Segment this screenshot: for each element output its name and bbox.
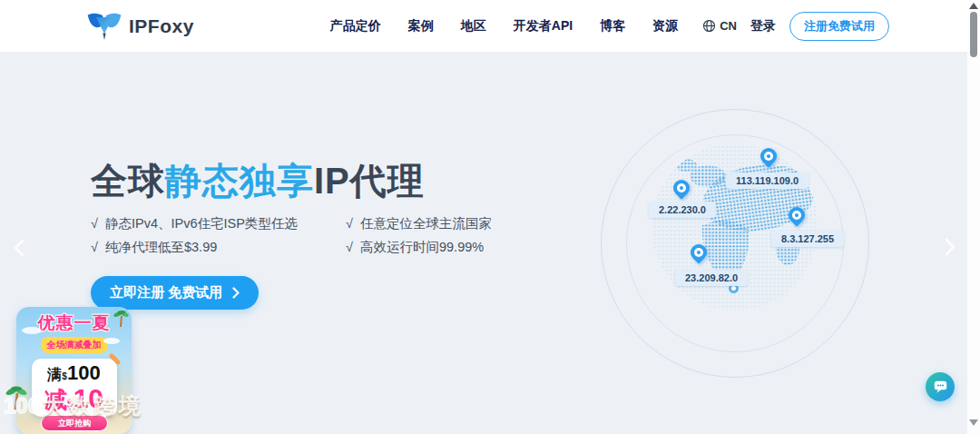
- chevron-right-icon: [232, 287, 240, 299]
- carousel-prev-arrow[interactable]: [11, 238, 27, 258]
- menu-item-cases[interactable]: 案例: [408, 18, 434, 35]
- globe-illustration: 113.119.109.0 2.22.230.0 8.3.127.255 23.…: [599, 107, 871, 380]
- scrollbar-up-arrow[interactable]: [969, 3, 978, 9]
- main-menu: 产品定价 案例 地区 开发者API 博客 资源: [330, 18, 678, 35]
- nav-right-controls: CN 登录 注册免费试用: [702, 12, 889, 41]
- promo-cta-button[interactable]: 立即抢购: [41, 415, 108, 431]
- feature-item: √ 静态IPv4、IPv6住宅ISP类型任选: [91, 215, 322, 239]
- palm-tree-icon: [113, 310, 129, 328]
- title-prefix: 全球: [91, 161, 165, 201]
- feature-text: 高效运行时间99.99%: [360, 239, 484, 256]
- discount-amount: 10: [74, 383, 103, 413]
- hero-section: 全球静态独享IP代理 √ 静态IPv4、IPv6住宅ISP类型任选 √ 纯净代理…: [0, 52, 967, 434]
- feature-text: 静态IPv4、IPv6住宅ISP类型任选: [105, 215, 298, 232]
- language-switcher[interactable]: CN: [702, 19, 737, 33]
- title-highlight: 静态独享: [165, 161, 314, 201]
- threshold-amount: 100: [67, 361, 101, 384]
- register-trial-button[interactable]: 立即注册 免费试用: [91, 276, 259, 310]
- palm-tree-icon: [5, 385, 27, 410]
- feature-item: √ 任意定位全球主流国家: [346, 215, 492, 239]
- scrollbar[interactable]: [967, 0, 980, 434]
- ip-address-label: 113.119.109.0: [726, 173, 808, 189]
- feature-text: 纯净代理低至$3.99: [105, 239, 217, 256]
- ipfoxy-homepage: 全球静态独享IP代理 √ 静态IPv4、IPv6住宅ISP类型任选 √ 纯净代理…: [0, 0, 980, 434]
- fox-logo-icon: [86, 11, 122, 42]
- menu-item-resources[interactable]: 资源: [652, 18, 678, 35]
- ip-address-label: 8.3.127.255: [771, 231, 844, 247]
- check-icon: √: [91, 216, 98, 231]
- ip-address-label: 2.22.230.0: [649, 202, 716, 218]
- feature-column-right: √ 任意定位全球主流国家 √ 高效运行时间99.99%: [346, 215, 492, 262]
- feature-column-left: √ 静态IPv4、IPv6住宅ISP类型任选 √ 纯净代理低至$3.99: [91, 215, 322, 262]
- menu-item-regions[interactable]: 地区: [461, 18, 486, 35]
- feature-text: 任意定位全球主流国家: [360, 215, 492, 232]
- promo-subtitle: 全场满减叠加: [41, 337, 108, 353]
- brand-logo[interactable]: IPFoxy: [86, 11, 194, 42]
- scrollbar-thumb[interactable]: [970, 12, 977, 57]
- page-title: 全球静态独享IP代理: [91, 156, 425, 206]
- cloud-decoration: [103, 338, 120, 344]
- login-link[interactable]: 登录: [750, 18, 776, 35]
- top-navbar: IPFoxy 产品定价 案例 地区 开发者API 博客 资源 CN 登录: [0, 0, 980, 52]
- currency-symbol: $: [67, 398, 74, 410]
- title-suffix: IP代理: [314, 161, 425, 201]
- brand-name: IPFoxy: [129, 15, 194, 37]
- feature-item: √ 高效运行时间99.99%: [346, 239, 492, 262]
- feature-list: √ 静态IPv4、IPv6住宅ISP类型任选 √ 纯净代理低至$3.99 √ 任…: [91, 215, 492, 262]
- live-chat-button[interactable]: [926, 372, 955, 401]
- feature-item: √ 纯净代理低至$3.99: [91, 239, 322, 262]
- threshold-label: 满: [47, 367, 62, 382]
- menu-item-pricing[interactable]: 产品定价: [330, 18, 381, 35]
- check-icon: √: [91, 240, 98, 254]
- check-icon: √: [346, 240, 353, 254]
- signup-trial-button[interactable]: 注册免费试用: [789, 12, 889, 41]
- carousel-next-arrow[interactable]: [942, 237, 958, 257]
- promo-discount: 减$10: [32, 384, 117, 419]
- promo-coupon-card: 满$100 减$10: [32, 359, 117, 417]
- language-label: CN: [720, 19, 737, 33]
- globe-icon: [702, 19, 716, 33]
- check-icon: √: [346, 216, 353, 231]
- ip-address-label: 23.209.82.0: [675, 270, 748, 286]
- chat-bubble-icon: [933, 380, 948, 394]
- cta-label: 立即注册 免费试用: [110, 284, 222, 301]
- menu-item-blog[interactable]: 博客: [600, 18, 625, 35]
- menu-item-dev-api[interactable]: 开发者API: [514, 18, 573, 35]
- cloud-decoration: [22, 327, 42, 334]
- scrollbar-down-arrow[interactable]: [969, 419, 978, 426]
- discount-label: 减: [44, 387, 67, 412]
